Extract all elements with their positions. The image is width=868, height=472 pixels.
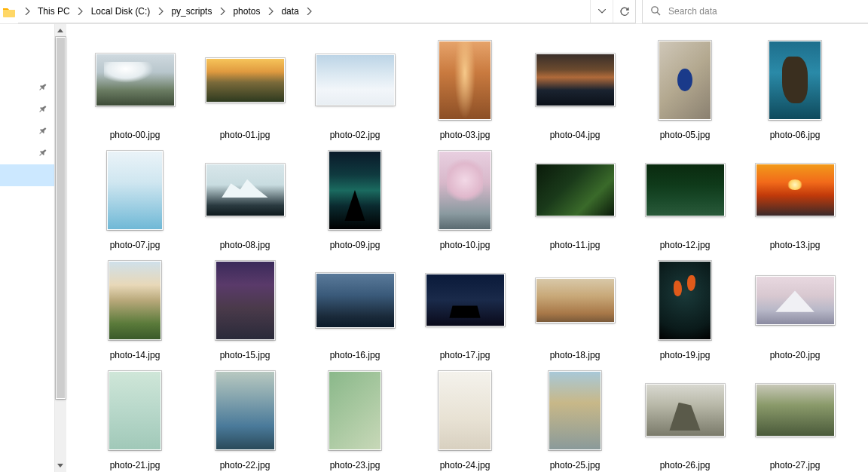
file-label: photo-07.jpg <box>110 240 160 250</box>
file-item[interactable]: photo-18.jpg <box>520 255 630 365</box>
file-label: photo-14.jpg <box>110 350 160 360</box>
nav-quick-access-item[interactable] <box>0 77 54 99</box>
svg-point-0 <box>652 6 658 12</box>
history-dropdown[interactable] <box>590 0 613 23</box>
thumbnail-container <box>740 145 850 235</box>
nav-quick-access-item[interactable] <box>0 164 54 186</box>
breadcrumb-chevron-icon[interactable] <box>304 0 316 23</box>
thumbnail-image <box>756 384 835 437</box>
scroll-up-button[interactable] <box>55 24 66 37</box>
pin-icon <box>38 83 47 93</box>
thumbnail-image <box>536 278 615 323</box>
file-label: photo-08.jpg <box>220 240 270 250</box>
thumbnail-container <box>190 255 300 345</box>
file-item[interactable]: photo-10.jpg <box>410 145 520 255</box>
nav-quick-access-item[interactable] <box>0 121 54 143</box>
thumbnail-image <box>536 54 615 106</box>
file-label: photo-01.jpg <box>220 130 270 140</box>
breadcrumb-chevron-icon[interactable] <box>264 0 277 23</box>
file-item[interactable]: photo-15.jpg <box>190 255 300 365</box>
file-label: photo-17.jpg <box>440 350 491 360</box>
pin-icon <box>38 149 47 159</box>
thumbnail-image <box>107 151 163 230</box>
file-item[interactable]: photo-23.jpg <box>300 365 410 472</box>
search-box[interactable] <box>642 0 868 23</box>
file-item[interactable]: photo-26.jpg <box>630 365 740 472</box>
thumbnail-container <box>190 145 300 235</box>
folder-icon <box>0 0 18 23</box>
nav-quick-access-item[interactable] <box>0 143 54 164</box>
file-item[interactable]: photo-06.jpg <box>740 35 850 145</box>
file-item[interactable]: photo-02.jpg <box>300 35 410 145</box>
file-item[interactable]: photo-14.jpg <box>80 255 190 365</box>
breadcrumb-segment[interactable]: photos <box>228 0 264 23</box>
file-item[interactable]: photo-20.jpg <box>740 255 850 365</box>
thumbnail-image <box>439 371 491 450</box>
thumbnail-container <box>190 35 300 125</box>
file-item[interactable]: photo-09.jpg <box>300 145 410 255</box>
scroll-down-button[interactable] <box>55 459 66 472</box>
refresh-button[interactable] <box>613 0 635 23</box>
file-item[interactable]: photo-22.jpg <box>190 365 300 472</box>
file-label: photo-22.jpg <box>220 460 270 470</box>
thumbnail-image <box>659 261 711 340</box>
breadcrumb-chevron-icon[interactable] <box>216 0 228 23</box>
breadcrumb-chevron-icon[interactable] <box>154 0 167 23</box>
file-item[interactable]: photo-16.jpg <box>300 255 410 365</box>
file-item[interactable]: photo-25.jpg <box>520 365 630 472</box>
thumbnail-container <box>300 255 410 345</box>
thumbnail-image <box>426 274 505 326</box>
thumbnail-image <box>96 54 175 106</box>
file-item[interactable]: photo-03.jpg <box>410 35 520 145</box>
file-label: photo-00.jpg <box>110 130 160 140</box>
file-label: photo-06.jpg <box>770 130 821 140</box>
thumbnail-image <box>316 54 395 106</box>
file-item[interactable]: photo-01.jpg <box>190 35 300 145</box>
breadcrumb-chevron-icon[interactable] <box>75 0 87 23</box>
file-item[interactable]: photo-08.jpg <box>190 145 300 255</box>
file-label: photo-23.jpg <box>330 460 381 470</box>
breadcrumb: This PCLocal Disk (C:)py_scriptsphotosda… <box>18 0 590 23</box>
file-item[interactable]: photo-17.jpg <box>410 255 520 365</box>
svg-line-1 <box>657 12 660 15</box>
file-item[interactable]: photo-13.jpg <box>740 145 850 255</box>
file-label: photo-20.jpg <box>770 350 821 360</box>
address-bar[interactable]: This PCLocal Disk (C:)py_scriptsphotosda… <box>18 0 636 23</box>
nav-scrollbar[interactable] <box>54 24 66 472</box>
nav-quick-access-item[interactable] <box>0 99 54 121</box>
file-item[interactable]: photo-12.jpg <box>630 145 740 255</box>
breadcrumb-segment[interactable]: py_scripts <box>167 0 216 23</box>
thumbnail-image <box>215 261 275 340</box>
scroll-thumb[interactable] <box>56 37 66 399</box>
breadcrumb-segment[interactable]: data <box>277 0 303 23</box>
breadcrumb-segment[interactable]: This PC <box>33 0 75 23</box>
file-item[interactable]: photo-27.jpg <box>740 365 850 472</box>
breadcrumb-segment[interactable]: Local Disk (C:) <box>87 0 155 23</box>
file-item[interactable]: photo-11.jpg <box>520 145 630 255</box>
thumbnail-container <box>520 255 630 345</box>
thumbnail-container <box>520 145 630 235</box>
thumbnail-image <box>756 276 835 325</box>
search-input[interactable] <box>668 6 868 17</box>
thumbnail-image <box>769 41 821 120</box>
file-item[interactable]: photo-21.jpg <box>80 365 190 472</box>
thumbnail-image <box>439 41 491 120</box>
file-label: photo-11.jpg <box>550 240 601 250</box>
thumbnail-container <box>80 35 190 125</box>
pin-icon <box>38 105 47 115</box>
file-item[interactable]: photo-00.jpg <box>80 35 190 145</box>
thumbnail-image <box>646 384 725 437</box>
file-item[interactable]: photo-24.jpg <box>410 365 520 472</box>
thumbnail-container <box>410 365 520 455</box>
breadcrumb-root-chevron-icon[interactable] <box>21 0 33 23</box>
file-item[interactable]: photo-07.jpg <box>80 145 190 255</box>
file-item[interactable]: photo-05.jpg <box>630 35 740 145</box>
thumbnail-container <box>630 365 740 455</box>
thumbnail-image <box>536 164 615 216</box>
file-label: photo-24.jpg <box>440 460 491 470</box>
file-label: photo-13.jpg <box>770 240 821 250</box>
file-view[interactable]: photo-00.jpgphoto-01.jpgphoto-02.jpgphot… <box>66 24 868 472</box>
file-item[interactable]: photo-19.jpg <box>630 255 740 365</box>
thumbnail-image <box>108 371 161 450</box>
file-item[interactable]: photo-04.jpg <box>520 35 630 145</box>
